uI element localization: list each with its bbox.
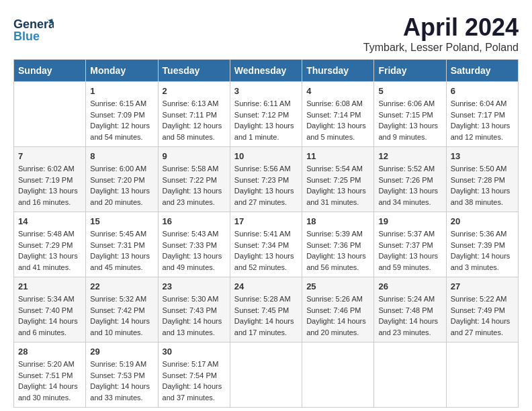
day-cell: 12Sunrise: 5:52 AMSunset: 7:26 PMDayligh…: [374, 147, 446, 212]
day-number: 14: [18, 216, 81, 226]
day-info: Sunrise: 6:04 AMSunset: 7:17 PMDaylight:…: [451, 98, 514, 142]
day-number: 25: [306, 281, 369, 291]
day-number: 27: [451, 281, 514, 291]
calendar-body: 1Sunrise: 6:15 AMSunset: 7:09 PMDaylight…: [14, 82, 519, 408]
day-number: 6: [451, 86, 514, 96]
day-cell: 29Sunrise: 5:19 AMSunset: 7:53 PMDayligh…: [86, 342, 158, 408]
day-number: 23: [163, 281, 226, 291]
week-row-5: 28Sunrise: 5:20 AMSunset: 7:51 PMDayligh…: [14, 342, 519, 408]
day-number: 18: [306, 216, 369, 226]
day-number: 11: [306, 151, 369, 161]
day-number: 7: [18, 151, 81, 161]
day-number: 29: [90, 347, 153, 357]
day-cell: 16Sunrise: 5:43 AMSunset: 7:33 PMDayligh…: [158, 212, 230, 277]
logo: General Blue: [13, 13, 54, 47]
logo-icon: General Blue: [13, 13, 54, 47]
day-info: Sunrise: 6:08 AMSunset: 7:14 PMDaylight:…: [306, 98, 369, 142]
week-row-2: 7Sunrise: 6:02 AMSunset: 7:19 PMDaylight…: [14, 147, 519, 212]
day-number: 21: [18, 281, 81, 291]
calendar-header-row: SundayMondayTuesdayWednesdayThursdayFrid…: [14, 60, 519, 82]
column-header-tuesday: Tuesday: [158, 60, 230, 82]
day-number: 19: [378, 216, 441, 226]
day-cell: 21Sunrise: 5:34 AMSunset: 7:40 PMDayligh…: [14, 277, 86, 342]
day-info: Sunrise: 5:22 AMSunset: 7:49 PMDaylight:…: [451, 293, 514, 338]
day-number: 16: [163, 216, 226, 226]
day-cell: [230, 342, 302, 408]
day-number: 20: [451, 216, 514, 226]
day-cell: 24Sunrise: 5:28 AMSunset: 7:45 PMDayligh…: [230, 277, 302, 342]
day-cell: 1Sunrise: 6:15 AMSunset: 7:09 PMDaylight…: [86, 82, 158, 147]
day-cell: 30Sunrise: 5:17 AMSunset: 7:54 PMDayligh…: [158, 342, 230, 408]
day-cell: 28Sunrise: 5:20 AMSunset: 7:51 PMDayligh…: [14, 342, 86, 408]
day-number: 17: [234, 216, 298, 226]
day-info: Sunrise: 5:26 AMSunset: 7:46 PMDaylight:…: [306, 293, 369, 338]
day-info: Sunrise: 5:56 AMSunset: 7:23 PMDaylight:…: [234, 163, 298, 208]
day-info: Sunrise: 6:00 AMSunset: 7:20 PMDaylight:…: [90, 163, 153, 208]
week-row-4: 21Sunrise: 5:34 AMSunset: 7:40 PMDayligh…: [14, 277, 519, 342]
day-cell: 5Sunrise: 6:06 AMSunset: 7:15 PMDaylight…: [374, 82, 446, 147]
day-number: 10: [234, 151, 298, 161]
day-number: 22: [90, 281, 153, 291]
day-cell: 20Sunrise: 5:36 AMSunset: 7:39 PMDayligh…: [446, 212, 518, 277]
day-number: 1: [90, 86, 153, 96]
day-number: 4: [306, 86, 369, 96]
day-cell: 17Sunrise: 5:41 AMSunset: 7:34 PMDayligh…: [230, 212, 302, 277]
day-cell: 25Sunrise: 5:26 AMSunset: 7:46 PMDayligh…: [302, 277, 374, 342]
day-number: 9: [163, 151, 226, 161]
day-number: 3: [234, 86, 298, 96]
calendar-table: SundayMondayTuesdayWednesdayThursdayFrid…: [13, 59, 519, 408]
column-header-friday: Friday: [374, 60, 446, 82]
day-info: Sunrise: 5:37 AMSunset: 7:37 PMDaylight:…: [378, 228, 441, 273]
column-header-monday: Monday: [86, 60, 158, 82]
day-info: Sunrise: 5:32 AMSunset: 7:42 PMDaylight:…: [90, 293, 153, 338]
day-cell: 27Sunrise: 5:22 AMSunset: 7:49 PMDayligh…: [446, 277, 518, 342]
day-info: Sunrise: 5:50 AMSunset: 7:28 PMDaylight:…: [451, 163, 514, 208]
day-number: 13: [451, 151, 514, 161]
day-info: Sunrise: 5:19 AMSunset: 7:53 PMDaylight:…: [90, 359, 153, 403]
day-cell: [374, 342, 446, 408]
day-info: Sunrise: 5:17 AMSunset: 7:54 PMDaylight:…: [163, 359, 226, 403]
day-info: Sunrise: 5:30 AMSunset: 7:43 PMDaylight:…: [163, 293, 226, 338]
day-info: Sunrise: 5:41 AMSunset: 7:34 PMDaylight:…: [234, 228, 298, 273]
day-info: Sunrise: 5:20 AMSunset: 7:51 PMDaylight:…: [18, 359, 81, 403]
day-cell: [14, 82, 86, 147]
header: General Blue April 2024 Tymbark, Lesser …: [13, 13, 519, 54]
day-info: Sunrise: 5:43 AMSunset: 7:33 PMDaylight:…: [163, 228, 226, 273]
day-cell: 2Sunrise: 6:13 AMSunset: 7:11 PMDaylight…: [158, 82, 230, 147]
day-cell: [302, 342, 374, 408]
day-info: Sunrise: 6:06 AMSunset: 7:15 PMDaylight:…: [378, 98, 441, 142]
day-cell: 10Sunrise: 5:56 AMSunset: 7:23 PMDayligh…: [230, 147, 302, 212]
week-row-3: 14Sunrise: 5:48 AMSunset: 7:29 PMDayligh…: [14, 212, 519, 277]
column-header-thursday: Thursday: [302, 60, 374, 82]
day-cell: 23Sunrise: 5:30 AMSunset: 7:43 PMDayligh…: [158, 277, 230, 342]
column-header-wednesday: Wednesday: [230, 60, 302, 82]
day-cell: 26Sunrise: 5:24 AMSunset: 7:48 PMDayligh…: [374, 277, 446, 342]
day-cell: 18Sunrise: 5:39 AMSunset: 7:36 PMDayligh…: [302, 212, 374, 277]
week-row-1: 1Sunrise: 6:15 AMSunset: 7:09 PMDaylight…: [14, 82, 519, 147]
day-info: Sunrise: 5:45 AMSunset: 7:31 PMDaylight:…: [90, 228, 153, 273]
day-number: 15: [90, 216, 153, 226]
day-cell: [446, 342, 518, 408]
day-number: 5: [378, 86, 441, 96]
day-info: Sunrise: 6:02 AMSunset: 7:19 PMDaylight:…: [18, 163, 81, 208]
day-info: Sunrise: 5:36 AMSunset: 7:39 PMDaylight:…: [451, 228, 514, 273]
day-info: Sunrise: 5:39 AMSunset: 7:36 PMDaylight:…: [306, 228, 369, 273]
day-info: Sunrise: 6:11 AMSunset: 7:12 PMDaylight:…: [234, 98, 298, 142]
main-title: April 2024: [363, 13, 519, 42]
day-cell: 6Sunrise: 6:04 AMSunset: 7:17 PMDaylight…: [446, 82, 518, 147]
day-info: Sunrise: 5:52 AMSunset: 7:26 PMDaylight:…: [378, 163, 441, 208]
svg-text:General: General: [13, 17, 54, 31]
day-number: 30: [163, 347, 226, 357]
day-info: Sunrise: 6:15 AMSunset: 7:09 PMDaylight:…: [90, 98, 153, 142]
column-header-saturday: Saturday: [446, 60, 518, 82]
day-number: 12: [378, 151, 441, 161]
day-cell: 19Sunrise: 5:37 AMSunset: 7:37 PMDayligh…: [374, 212, 446, 277]
day-number: 24: [234, 281, 298, 291]
day-cell: 11Sunrise: 5:54 AMSunset: 7:25 PMDayligh…: [302, 147, 374, 212]
title-area: April 2024 Tymbark, Lesser Poland, Polan…: [363, 13, 519, 54]
day-number: 26: [378, 281, 441, 291]
day-info: Sunrise: 6:13 AMSunset: 7:11 PMDaylight:…: [163, 98, 226, 142]
day-cell: 22Sunrise: 5:32 AMSunset: 7:42 PMDayligh…: [86, 277, 158, 342]
day-cell: 14Sunrise: 5:48 AMSunset: 7:29 PMDayligh…: [14, 212, 86, 277]
day-cell: 9Sunrise: 5:58 AMSunset: 7:22 PMDaylight…: [158, 147, 230, 212]
